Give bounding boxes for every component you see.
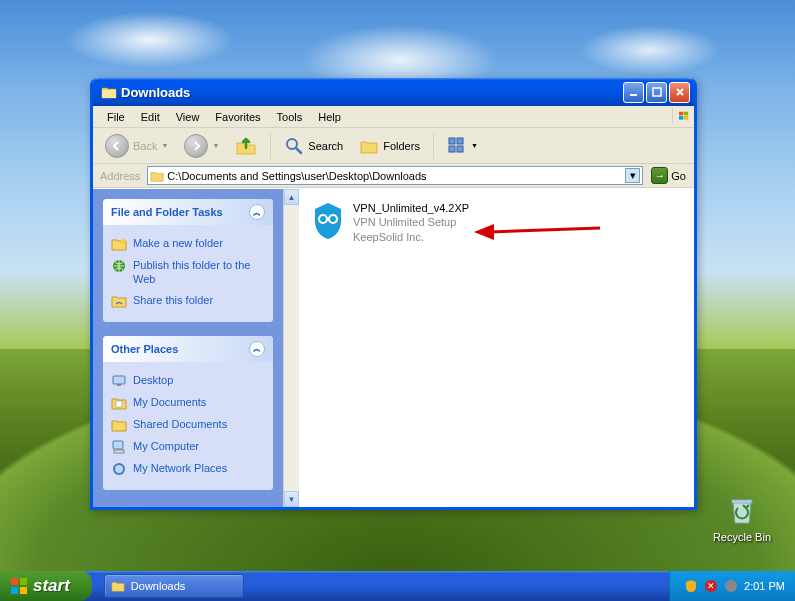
svg-rect-24 <box>11 578 18 585</box>
place-desktop[interactable]: Desktop <box>111 370 265 392</box>
panel-title: File and Folder Tasks <box>111 206 223 218</box>
address-dropdown-icon[interactable]: ▾ <box>625 168 640 183</box>
place-shared-documents[interactable]: Shared Documents <box>111 414 265 436</box>
system-tray[interactable]: ✕ 2:01 PM <box>669 571 795 601</box>
svg-rect-0 <box>630 94 637 96</box>
task-label: Make a new folder <box>133 236 223 250</box>
address-path: C:\Documents and Settings\user\Desktop\D… <box>167 170 426 182</box>
place-label: My Computer <box>133 439 199 453</box>
network-icon <box>111 461 127 477</box>
folders-label: Folders <box>383 140 420 152</box>
search-label: Search <box>308 140 343 152</box>
shield-tray-icon <box>684 579 698 593</box>
folders-button[interactable]: Folders <box>353 132 426 160</box>
svg-rect-8 <box>457 138 463 144</box>
other-places-panel: Other Places ︽ Desktop My Documents Shar… <box>103 336 273 490</box>
svg-point-11 <box>121 239 126 244</box>
svg-rect-17 <box>114 450 124 453</box>
place-label: Desktop <box>133 373 173 387</box>
menu-file[interactable]: File <box>99 108 133 126</box>
chevron-up-icon: ︽ <box>249 204 265 220</box>
maximize-button[interactable] <box>646 82 667 103</box>
close-button[interactable] <box>669 82 690 103</box>
task-publish-folder[interactable]: Publish this folder to the Web <box>111 255 265 290</box>
svg-rect-14 <box>117 384 121 386</box>
views-button[interactable]: ▼ <box>441 132 484 160</box>
warning-tray-icon: ✕ <box>704 579 718 593</box>
task-share-folder[interactable]: Share this folder <box>111 290 265 312</box>
up-button[interactable] <box>229 131 263 161</box>
clock: 2:01 PM <box>744 580 785 592</box>
toolbar-separator <box>270 133 271 159</box>
place-label: My Documents <box>133 395 206 409</box>
toolbar-separator-2 <box>433 133 434 159</box>
svg-rect-10 <box>457 146 463 152</box>
vpn-shield-icon <box>311 201 345 241</box>
common-tasks-sidebar: File and Folder Tasks ︽ Make a new folde… <box>93 189 283 507</box>
folder-up-icon <box>235 135 257 157</box>
views-icon <box>447 136 467 156</box>
taskbar-item-downloads[interactable]: Downloads <box>104 574 244 598</box>
scroll-up-icon[interactable]: ▲ <box>284 189 299 205</box>
svg-rect-25 <box>20 578 27 585</box>
file-company: KeepSolid Inc. <box>353 230 469 244</box>
file-name: VPN_Unlimited_v4.2XP <box>353 201 469 215</box>
search-button[interactable]: Search <box>278 132 349 160</box>
svg-rect-16 <box>113 441 123 449</box>
chevron-up-icon: ︽ <box>249 341 265 357</box>
task-label: Share this folder <box>133 293 213 307</box>
task-make-new-folder[interactable]: Make a new folder <box>111 233 265 255</box>
documents-folder-icon <box>111 395 127 411</box>
menu-tools[interactable]: Tools <box>269 108 311 126</box>
forward-button[interactable]: ▼ <box>178 130 225 162</box>
file-description: VPN Unlimited Setup <box>353 215 469 229</box>
scroll-down-icon[interactable]: ▼ <box>284 491 299 507</box>
folder-icon <box>101 85 117 99</box>
svg-rect-5 <box>684 116 688 120</box>
explorer-body: File and Folder Tasks ︽ Make a new folde… <box>93 188 694 507</box>
start-label: start <box>33 576 70 596</box>
address-label: Address <box>97 170 143 182</box>
desktop-recycle-bin[interactable]: Recycle Bin <box>713 493 771 543</box>
svg-rect-7 <box>449 138 455 144</box>
folders-icon <box>359 136 379 156</box>
file-list-pane[interactable]: VPN_Unlimited_v4.2XP VPN Unlimited Setup… <box>299 189 694 507</box>
task-label: Publish this folder to the Web <box>133 258 265 287</box>
explorer-window: Downloads File Edit View Favorites Tools… <box>90 78 697 510</box>
go-arrow-icon: → <box>651 167 668 184</box>
svg-rect-13 <box>113 376 125 384</box>
menu-help[interactable]: Help <box>310 108 349 126</box>
place-my-documents[interactable]: My Documents <box>111 392 265 414</box>
folder-icon <box>150 169 164 183</box>
place-my-computer[interactable]: My Computer <box>111 436 265 458</box>
panel-title: Other Places <box>111 343 178 355</box>
forward-arrow-icon <box>184 134 208 158</box>
recycle-bin-icon <box>725 493 759 527</box>
computer-icon <box>111 439 127 455</box>
panel-header[interactable]: Other Places ︽ <box>103 336 273 362</box>
address-input[interactable]: C:\Documents and Settings\user\Desktop\D… <box>147 166 643 185</box>
file-item-vpn-unlimited[interactable]: VPN_Unlimited_v4.2XP VPN Unlimited Setup… <box>311 201 682 244</box>
place-label: Shared Documents <box>133 417 227 431</box>
svg-rect-4 <box>679 116 683 120</box>
desktop-icon-label: Recycle Bin <box>713 531 771 543</box>
start-button[interactable]: start <box>0 571 92 601</box>
titlebar[interactable]: Downloads <box>93 78 694 106</box>
menu-view[interactable]: View <box>168 108 208 126</box>
taskbar-item-label: Downloads <box>131 580 185 592</box>
go-button[interactable]: → Go <box>647 166 690 185</box>
go-label: Go <box>671 170 686 182</box>
file-folder-tasks-panel: File and Folder Tasks ︽ Make a new folde… <box>103 199 273 322</box>
globe-icon <box>111 258 127 274</box>
search-icon <box>284 136 304 156</box>
panel-header[interactable]: File and Folder Tasks ︽ <box>103 199 273 225</box>
menu-edit[interactable]: Edit <box>133 108 168 126</box>
sidebar-scrollbar[interactable]: ▲ ▼ <box>283 189 299 507</box>
minimize-button[interactable] <box>623 82 644 103</box>
svg-rect-2 <box>679 112 683 116</box>
back-label: Back <box>133 140 157 152</box>
place-network-places[interactable]: My Network Places <box>111 458 265 480</box>
back-button[interactable]: Back ▼ <box>99 130 174 162</box>
menu-favorites[interactable]: Favorites <box>207 108 268 126</box>
svg-rect-26 <box>11 587 18 594</box>
